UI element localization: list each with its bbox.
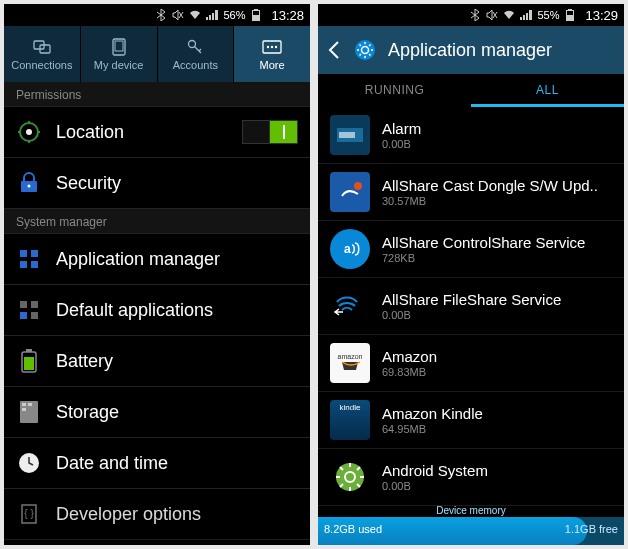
row-label: Storage (56, 402, 119, 423)
tab-my-device[interactable]: My device (81, 26, 158, 82)
svg-rect-18 (20, 261, 27, 268)
icon-text: amazon (338, 353, 363, 360)
bluetooth-icon (155, 9, 167, 21)
app-icon (330, 457, 370, 497)
app-row[interactable]: Alarm0.00B (318, 107, 624, 164)
subtab-running[interactable]: RUNNING (318, 74, 471, 107)
app-header: Application manager (318, 26, 624, 74)
svg-rect-22 (20, 312, 27, 319)
row-location[interactable]: Location (4, 107, 310, 158)
row-label: Developer options (56, 504, 201, 525)
tab-label: My device (94, 59, 144, 71)
subtab-all[interactable]: ALL (471, 74, 624, 107)
app-size: 0.00B (382, 480, 488, 492)
svg-rect-16 (20, 250, 27, 257)
battery-row-icon (16, 348, 42, 374)
developer-icon: { } (16, 501, 42, 527)
app-icon: a (330, 229, 370, 269)
svg-rect-20 (20, 301, 27, 308)
default-apps-icon (16, 297, 42, 323)
clock: 13:29 (585, 8, 618, 23)
svg-point-11 (275, 45, 277, 47)
key-icon (185, 38, 205, 56)
svg-point-15 (28, 185, 31, 188)
svg-rect-30 (22, 408, 26, 411)
storage-footer: Device memory 8.2GB used 1.1GB free (318, 517, 624, 545)
storage-icon (16, 399, 42, 425)
battery-percent: 56% (223, 9, 245, 21)
svg-point-10 (271, 45, 273, 47)
app-row[interactable]: amazon Amazon69.83MB (318, 335, 624, 392)
location-toggle[interactable] (242, 120, 298, 144)
app-name: AllShare ControlShare Service (382, 234, 585, 251)
tab-more[interactable]: More (234, 26, 310, 82)
svg-rect-17 (31, 250, 38, 257)
row-date-and-time[interactable]: Date and time (4, 438, 310, 489)
footer-label: Device memory (318, 505, 624, 516)
svg-point-13 (26, 129, 32, 135)
svg-rect-36 (567, 11, 573, 15)
section-header-permissions: Permissions (4, 82, 310, 107)
settings-tabbar: Connections My device Accounts More (4, 26, 310, 82)
icon-text: kindle (340, 403, 361, 412)
svg-rect-35 (568, 9, 572, 10)
row-battery[interactable]: Battery (4, 336, 310, 387)
svg-rect-23 (31, 312, 38, 319)
battery-percent: 55% (537, 9, 559, 21)
security-icon (16, 170, 42, 196)
app-name: Alarm (382, 120, 421, 137)
app-size: 64.95MB (382, 423, 483, 435)
location-icon (16, 119, 42, 145)
app-list[interactable]: Alarm0.00B AllShare Cast Dongle S/W Upd.… (318, 107, 624, 517)
app-row[interactable]: Android System0.00B (318, 449, 624, 506)
row-application-manager[interactable]: Application manager (4, 234, 310, 285)
app-row[interactable]: AllShare FileShare Service0.00B (318, 278, 624, 335)
svg-point-9 (267, 45, 269, 47)
row-default-applications[interactable]: Default applications (4, 285, 310, 336)
svg-rect-1 (254, 9, 258, 10)
app-icon (330, 172, 370, 212)
battery-icon (564, 9, 576, 21)
back-icon[interactable] (328, 43, 342, 57)
app-name: AllShare Cast Dongle S/W Upd.. (382, 177, 598, 194)
app-row[interactable]: a AllShare ControlShare Service728KB (318, 221, 624, 278)
tab-connections[interactable]: Connections (4, 26, 81, 82)
used-text: 8.2GB used (324, 523, 382, 535)
app-name: Android System (382, 462, 488, 479)
gear-icon[interactable] (352, 37, 378, 63)
row-label: Date and time (56, 453, 168, 474)
mute-icon (486, 9, 498, 21)
row-security[interactable]: Security (4, 158, 310, 209)
tab-label: Connections (11, 59, 72, 71)
app-name: Amazon Kindle (382, 405, 483, 422)
more-icon (262, 38, 282, 56)
status-bar: 55% 13:29 (318, 4, 624, 26)
battery-icon (250, 9, 262, 21)
apps-icon (16, 246, 42, 272)
tab-accounts[interactable]: Accounts (158, 26, 235, 82)
svg-text:{ }: { } (24, 508, 34, 519)
status-bar: 56% 13:28 (4, 4, 310, 26)
svg-rect-29 (28, 403, 32, 406)
svg-rect-28 (22, 403, 26, 406)
row-storage[interactable]: Storage (4, 387, 310, 438)
svg-rect-25 (24, 357, 34, 370)
app-size: 728KB (382, 252, 585, 264)
svg-text:a: a (344, 242, 351, 256)
app-size: 30.57MB (382, 195, 598, 207)
bluetooth-icon (469, 9, 481, 21)
app-row[interactable]: kindle Amazon Kindle64.95MB (318, 392, 624, 449)
app-row[interactable]: AllShare Cast Dongle S/W Upd..30.57MB (318, 164, 624, 221)
mute-icon (172, 9, 184, 21)
tab-label: More (260, 59, 285, 71)
connections-icon (32, 38, 52, 56)
svg-rect-21 (31, 301, 38, 308)
app-icon (330, 115, 370, 155)
svg-rect-2 (253, 11, 259, 15)
app-name: AllShare FileShare Service (382, 291, 561, 308)
svg-rect-19 (31, 261, 38, 268)
app-icon: amazon (330, 343, 370, 383)
svg-point-41 (354, 182, 362, 190)
svg-rect-40 (339, 132, 355, 138)
row-developer-options[interactable]: { } Developer options (4, 489, 310, 540)
